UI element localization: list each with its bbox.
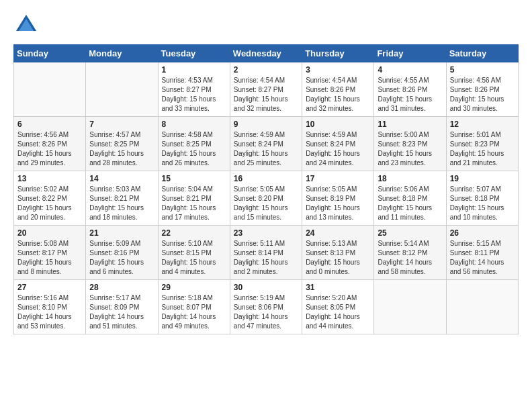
day-content: Sunrise: 5:04 AM Sunset: 8:21 PM Dayligh… <box>162 185 226 222</box>
calendar-cell: 14Sunrise: 5:03 AM Sunset: 8:21 PM Dayli… <box>86 171 158 226</box>
calendar-cell: 2Sunrise: 4:54 AM Sunset: 8:27 PM Daylig… <box>230 62 302 117</box>
day-content: Sunrise: 5:19 AM Sunset: 8:06 PM Dayligh… <box>234 293 298 331</box>
day-content: Sunrise: 4:54 AM Sunset: 8:27 PM Dayligh… <box>234 76 298 113</box>
calendar-cell: 11Sunrise: 5:00 AM Sunset: 8:23 PM Dayli… <box>374 117 446 171</box>
day-content: Sunrise: 5:07 AM Sunset: 8:18 PM Dayligh… <box>450 185 515 222</box>
day-content: Sunrise: 5:03 AM Sunset: 8:21 PM Dayligh… <box>89 185 154 222</box>
page: SundayMondayTuesdayWednesdayThursdayFrid… <box>0 0 532 411</box>
day-content: Sunrise: 4:56 AM Sunset: 8:26 PM Dayligh… <box>17 130 82 168</box>
day-number: 22 <box>162 228 226 238</box>
calendar-cell: 9Sunrise: 4:59 AM Sunset: 8:24 PM Daylig… <box>230 117 302 171</box>
day-number: 25 <box>378 228 442 238</box>
day-content: Sunrise: 5:02 AM Sunset: 8:22 PM Dayligh… <box>17 185 82 222</box>
calendar-cell: 24Sunrise: 5:13 AM Sunset: 8:13 PM Dayli… <box>302 226 374 280</box>
week-row-3: 13Sunrise: 5:02 AM Sunset: 8:22 PM Dayli… <box>14 171 519 226</box>
day-number: 12 <box>450 120 515 129</box>
day-number: 9 <box>234 120 298 129</box>
calendar-cell: 22Sunrise: 5:10 AM Sunset: 8:15 PM Dayli… <box>158 226 230 280</box>
day-number: 1 <box>162 65 226 75</box>
day-content: Sunrise: 5:13 AM Sunset: 8:13 PM Dayligh… <box>306 239 370 277</box>
days-header-row: SundayMondayTuesdayWednesdayThursdayFrid… <box>14 45 519 62</box>
day-number: 26 <box>450 228 515 238</box>
day-content: Sunrise: 5:17 AM Sunset: 8:09 PM Dayligh… <box>89 293 154 331</box>
day-number: 16 <box>234 174 298 183</box>
calendar-cell: 20Sunrise: 5:08 AM Sunset: 8:17 PM Dayli… <box>14 226 86 280</box>
calendar-cell: 30Sunrise: 5:19 AM Sunset: 8:06 PM Dayli… <box>230 280 302 334</box>
day-content: Sunrise: 4:56 AM Sunset: 8:26 PM Dayligh… <box>450 76 515 113</box>
calendar-cell: 19Sunrise: 5:07 AM Sunset: 8:18 PM Dayli… <box>446 171 518 226</box>
calendar-cell: 8Sunrise: 4:58 AM Sunset: 8:25 PM Daylig… <box>158 117 230 171</box>
logo-icon <box>13 12 39 38</box>
calendar-cell: 7Sunrise: 4:57 AM Sunset: 8:25 PM Daylig… <box>86 117 158 171</box>
day-content: Sunrise: 5:08 AM Sunset: 8:17 PM Dayligh… <box>17 239 82 277</box>
day-header-wednesday: Wednesday <box>230 45 302 62</box>
day-number: 17 <box>306 174 370 183</box>
calendar-cell: 12Sunrise: 5:01 AM Sunset: 8:23 PM Dayli… <box>446 117 518 171</box>
day-number: 11 <box>378 120 442 129</box>
calendar-cell <box>446 280 518 334</box>
calendar-cell: 25Sunrise: 5:14 AM Sunset: 8:12 PM Dayli… <box>374 226 446 280</box>
day-header-tuesday: Tuesday <box>158 45 230 62</box>
day-content: Sunrise: 5:14 AM Sunset: 8:12 PM Dayligh… <box>378 239 442 277</box>
day-content: Sunrise: 4:57 AM Sunset: 8:25 PM Dayligh… <box>89 130 154 168</box>
day-content: Sunrise: 5:09 AM Sunset: 8:16 PM Dayligh… <box>89 239 154 277</box>
day-header-sunday: Sunday <box>14 45 86 62</box>
day-header-friday: Friday <box>374 45 446 62</box>
calendar-cell: 16Sunrise: 5:05 AM Sunset: 8:20 PM Dayli… <box>230 171 302 226</box>
day-content: Sunrise: 4:59 AM Sunset: 8:24 PM Dayligh… <box>234 130 298 168</box>
calendar-cell: 4Sunrise: 4:55 AM Sunset: 8:26 PM Daylig… <box>374 62 446 117</box>
calendar-cell <box>14 62 86 117</box>
logo <box>13 12 43 38</box>
day-number: 27 <box>17 283 82 292</box>
day-number: 19 <box>450 174 515 183</box>
calendar-header: SundayMondayTuesdayWednesdayThursdayFrid… <box>14 45 519 62</box>
day-number: 24 <box>306 228 370 238</box>
day-number: 14 <box>89 174 154 183</box>
calendar-cell: 1Sunrise: 4:53 AM Sunset: 8:27 PM Daylig… <box>158 62 230 117</box>
day-content: Sunrise: 5:16 AM Sunset: 8:10 PM Dayligh… <box>17 293 82 331</box>
day-content: Sunrise: 5:11 AM Sunset: 8:14 PM Dayligh… <box>234 239 298 277</box>
day-number: 20 <box>17 228 82 238</box>
day-content: Sunrise: 4:55 AM Sunset: 8:26 PM Dayligh… <box>378 76 442 113</box>
day-header-saturday: Saturday <box>446 45 518 62</box>
day-number: 29 <box>162 283 226 292</box>
day-header-thursday: Thursday <box>302 45 374 62</box>
day-header-monday: Monday <box>86 45 158 62</box>
day-content: Sunrise: 4:59 AM Sunset: 8:24 PM Dayligh… <box>306 130 370 168</box>
day-number: 15 <box>162 174 226 183</box>
day-content: Sunrise: 5:18 AM Sunset: 8:07 PM Dayligh… <box>162 293 226 331</box>
day-content: Sunrise: 4:53 AM Sunset: 8:27 PM Dayligh… <box>162 76 226 113</box>
day-number: 2 <box>234 65 298 75</box>
calendar-cell: 31Sunrise: 5:20 AM Sunset: 8:05 PM Dayli… <box>302 280 374 334</box>
day-number: 5 <box>450 65 515 75</box>
day-content: Sunrise: 5:05 AM Sunset: 8:19 PM Dayligh… <box>306 185 370 222</box>
day-number: 13 <box>17 174 82 183</box>
calendar-cell: 17Sunrise: 5:05 AM Sunset: 8:19 PM Dayli… <box>302 171 374 226</box>
calendar-cell: 13Sunrise: 5:02 AM Sunset: 8:22 PM Dayli… <box>14 171 86 226</box>
calendar-cell: 18Sunrise: 5:06 AM Sunset: 8:18 PM Dayli… <box>374 171 446 226</box>
day-number: 3 <box>306 65 370 75</box>
day-content: Sunrise: 5:10 AM Sunset: 8:15 PM Dayligh… <box>162 239 226 277</box>
calendar-cell: 3Sunrise: 4:54 AM Sunset: 8:26 PM Daylig… <box>302 62 374 117</box>
calendar-cell: 28Sunrise: 5:17 AM Sunset: 8:09 PM Dayli… <box>86 280 158 334</box>
calendar-table: SundayMondayTuesdayWednesdayThursdayFrid… <box>13 44 519 334</box>
calendar-cell: 29Sunrise: 5:18 AM Sunset: 8:07 PM Dayli… <box>158 280 230 334</box>
week-row-4: 20Sunrise: 5:08 AM Sunset: 8:17 PM Dayli… <box>14 226 519 280</box>
day-content: Sunrise: 5:20 AM Sunset: 8:05 PM Dayligh… <box>306 293 370 331</box>
calendar-cell: 5Sunrise: 4:56 AM Sunset: 8:26 PM Daylig… <box>446 62 518 117</box>
header <box>13 12 519 38</box>
day-number: 6 <box>17 120 82 129</box>
calendar-cell: 21Sunrise: 5:09 AM Sunset: 8:16 PM Dayli… <box>86 226 158 280</box>
day-number: 30 <box>234 283 298 292</box>
calendar-cell: 23Sunrise: 5:11 AM Sunset: 8:14 PM Dayli… <box>230 226 302 280</box>
calendar-cell: 26Sunrise: 5:15 AM Sunset: 8:11 PM Dayli… <box>446 226 518 280</box>
day-number: 4 <box>378 65 442 75</box>
day-content: Sunrise: 5:01 AM Sunset: 8:23 PM Dayligh… <box>450 130 515 168</box>
calendar-cell <box>86 62 158 117</box>
day-number: 7 <box>89 120 154 129</box>
day-number: 28 <box>89 283 154 292</box>
week-row-5: 27Sunrise: 5:16 AM Sunset: 8:10 PM Dayli… <box>14 280 519 334</box>
day-number: 10 <box>306 120 370 129</box>
calendar-cell: 15Sunrise: 5:04 AM Sunset: 8:21 PM Dayli… <box>158 171 230 226</box>
calendar-cell: 10Sunrise: 4:59 AM Sunset: 8:24 PM Dayli… <box>302 117 374 171</box>
